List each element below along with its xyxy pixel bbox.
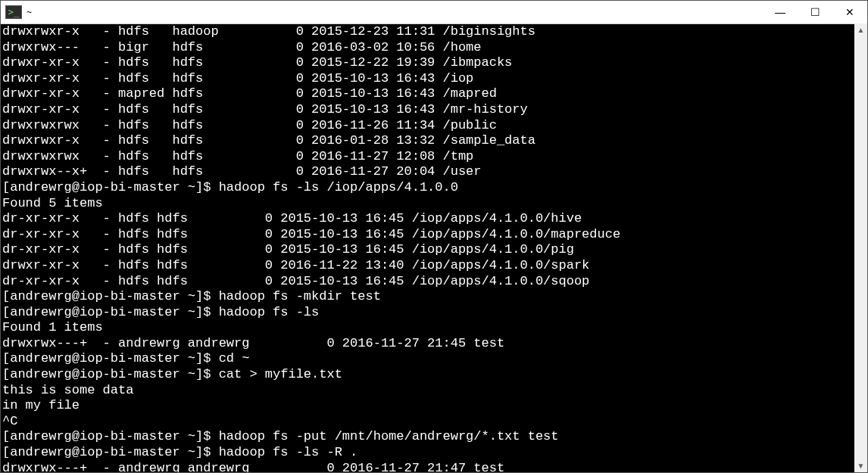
terminal-window: >_ ~ — ☐ ✕ drwxrwxr-x - hdfs hadoop 0 20… [0, 0, 868, 473]
app-icon: >_ [5, 5, 22, 19]
window-title: ~ [27, 8, 32, 17]
minimize-button[interactable]: — [763, 1, 798, 23]
close-button[interactable]: ✕ [832, 1, 867, 23]
scroll-up-arrow-icon[interactable]: ▲ [854, 23, 867, 36]
window-controls: — ☐ ✕ [763, 1, 867, 23]
vertical-scrollbar[interactable]: ▲ ▼ [854, 23, 867, 472]
maximize-button[interactable]: ☐ [798, 1, 832, 23]
titlebar[interactable]: >_ ~ — ☐ ✕ [1, 1, 867, 24]
scroll-down-arrow-icon[interactable]: ▼ [854, 459, 867, 472]
terminal-output[interactable]: drwxrwxr-x - hdfs hadoop 0 2015-12-23 11… [1, 24, 867, 472]
